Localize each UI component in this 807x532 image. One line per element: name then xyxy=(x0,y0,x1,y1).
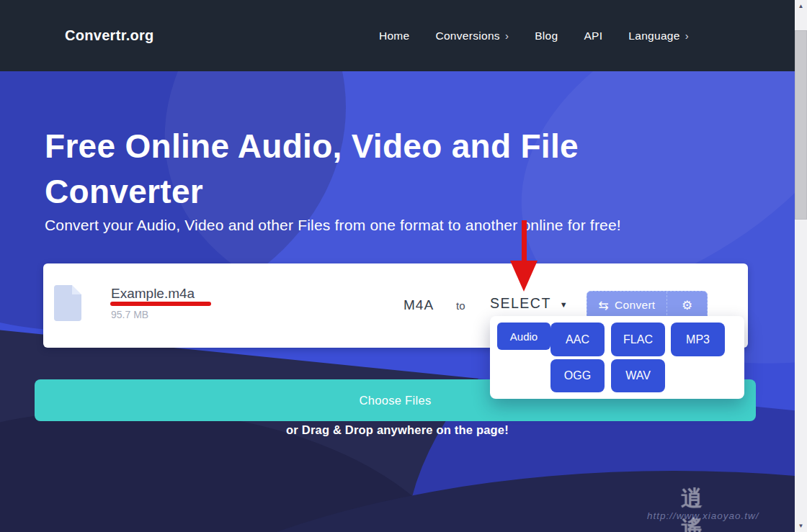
select-label: SELECT xyxy=(490,295,551,312)
category-audio-button[interactable]: Audio xyxy=(497,323,550,350)
page: Convertr.org Home Conversions › Blog API… xyxy=(0,0,807,532)
convert-button-label: Convert xyxy=(615,299,655,312)
nav-item-home[interactable]: Home xyxy=(379,30,410,42)
convert-button-main[interactable]: ⇆ Convert xyxy=(587,292,666,319)
scrollbar[interactable]: ▲ ▼ xyxy=(795,0,807,532)
format-option-wav[interactable]: WAV xyxy=(611,359,665,392)
target-format-select[interactable]: SELECT ▼ xyxy=(490,295,568,312)
source-format-label: M4A xyxy=(404,297,434,313)
nav-item-language[interactable]: Language › xyxy=(628,30,689,42)
gear-icon: ⚙ xyxy=(682,298,692,313)
nav-item-blog[interactable]: Blog xyxy=(535,30,558,42)
site-logo[interactable]: Convertr.org xyxy=(65,0,154,71)
nav-menu: Home Conversions › Blog API Language › xyxy=(379,0,689,71)
navbar: Convertr.org Home Conversions › Blog API… xyxy=(0,0,795,71)
page-title-line2: Converter xyxy=(45,173,203,210)
file-name: Example.m4a xyxy=(111,286,195,302)
format-dropdown: Audio AAC FLAC MP3 OGG WAV xyxy=(490,316,744,399)
page-title-line1: Free Online Audio, Video and File xyxy=(45,127,579,165)
format-option-flac[interactable]: FLAC xyxy=(611,323,665,356)
file-icon-fold xyxy=(72,285,81,294)
format-option-ogg[interactable]: OGG xyxy=(550,359,605,392)
file-size: 95.7 MB xyxy=(111,309,148,320)
scrollbar-up-arrow-icon[interactable]: ▲ xyxy=(795,0,807,12)
file-icon xyxy=(54,285,81,321)
swap-icon: ⇆ xyxy=(599,299,610,312)
scrollbar-down-arrow-icon[interactable]: ▼ xyxy=(795,520,807,532)
select-caret-icon: ▼ xyxy=(560,298,568,309)
drag-drop-hint: or Drag & Drop anywhere on the page! xyxy=(0,423,795,437)
to-label: to xyxy=(456,299,465,312)
language-chevron-icon: › xyxy=(685,30,689,41)
nav-item-api[interactable]: API xyxy=(584,30,602,42)
nav-item-conversions[interactable]: Conversions › xyxy=(435,30,509,42)
format-option-aac[interactable]: AAC xyxy=(550,323,605,356)
annotation-arrow-icon xyxy=(508,220,540,292)
convert-button[interactable]: ⇆ Convert ⚙ xyxy=(587,291,708,320)
page-title: Free Online Audio, Video and File Conver… xyxy=(45,124,579,215)
conversions-chevron-icon: › xyxy=(505,30,509,41)
scrollbar-thumb[interactable] xyxy=(795,30,807,220)
file-name-underline-annotation xyxy=(110,302,211,306)
convert-settings-button[interactable]: ⚙ xyxy=(666,292,707,319)
format-option-mp3[interactable]: MP3 xyxy=(671,323,725,356)
